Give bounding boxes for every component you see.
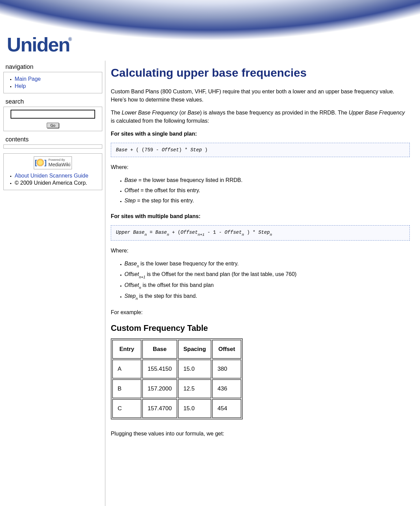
nav-link-main-page[interactable]: Main Page (15, 76, 41, 82)
multi-defs-list: Basen is the lower base frequency for th… (111, 260, 410, 301)
custom-frequency-table: Entry Base Spacing Offset A 155.4150 15.… (111, 338, 243, 419)
where-label-2: Where: (111, 247, 410, 255)
list-item: Offset = the offset for this entry. (124, 186, 410, 195)
nav-heading: navigation (5, 63, 102, 71)
single-defs-list: Base = the lower base frequency listed i… (111, 176, 410, 205)
where-label-1: Where: (111, 163, 410, 171)
header-banner: Uniden® (0, 0, 420, 61)
table-row: B 157.2000 12.5 436 (112, 379, 241, 398)
plugging-paragraph: Plugging these values into our formula, … (111, 430, 410, 438)
col-spacing: Spacing (178, 340, 211, 359)
multi-band-heading: For sites with multiple band plans: (111, 212, 410, 220)
table-row: A 155.4150 15.0 380 (112, 359, 241, 379)
nav-box: Main Page Help (3, 72, 102, 93)
table-row: C 157.4700 15.0 454 (112, 399, 241, 418)
formula-single: Base + ( (759 - Offset) * Step ) (111, 143, 410, 157)
site-logo: Uniden® (7, 33, 73, 56)
search-input[interactable] (11, 110, 95, 119)
about-link-guide[interactable]: About Uniden Scanners Guide (15, 173, 88, 179)
formula-multi: Upper Basen = Basen + (Offsetn+1 - 1 - O… (111, 225, 410, 241)
col-base: Base (142, 340, 177, 359)
mediawiki-badge[interactable]: [ ] Powered By MediaWiki (34, 156, 72, 169)
list-item: Stepn is the step for this band. (124, 292, 410, 301)
col-offset: Offset (212, 340, 241, 359)
search-go-button[interactable]: Go (47, 123, 59, 128)
list-item: Step = the step for this entry. (124, 197, 410, 205)
for-example-label: For example: (111, 308, 410, 317)
nav-link-help[interactable]: Help (15, 83, 26, 89)
article-body: Calculating upper base frequencies Custo… (105, 61, 420, 506)
intro-paragraph-2: The Lower Base Frequency (or Base) is al… (111, 109, 410, 125)
list-item: Offsetn+1 is the Offset for the next ban… (124, 270, 410, 279)
contents-heading: contents (5, 136, 102, 143)
freq-table-heading: Custom Frequency Table (111, 323, 410, 333)
sidebar: navigation Main Page Help search Go cont… (0, 61, 105, 195)
intro-paragraph-1: Custom Band Plans (800 Custom, VHF, UHF)… (111, 88, 410, 104)
contents-box (3, 144, 102, 149)
col-entry: Entry (112, 340, 141, 359)
list-item: Basen is the lower base frequency for th… (124, 260, 410, 269)
search-heading: search (5, 98, 102, 105)
copyright-text: © 2009 Uniden America Corp. (15, 180, 99, 186)
sunflower-icon (36, 158, 44, 167)
list-item: Base = the lower base frequency listed i… (124, 176, 410, 184)
search-box: Go (3, 107, 102, 131)
table-header-row: Entry Base Spacing Offset (112, 340, 241, 359)
page-title: Calculating upper base frequencies (111, 66, 410, 79)
list-item: Offsetn is the offset for this band plan (124, 281, 410, 290)
about-box: [ ] Powered By MediaWiki About Uniden Sc… (3, 153, 102, 190)
single-band-heading: For sites with a single band plan: (111, 130, 410, 138)
